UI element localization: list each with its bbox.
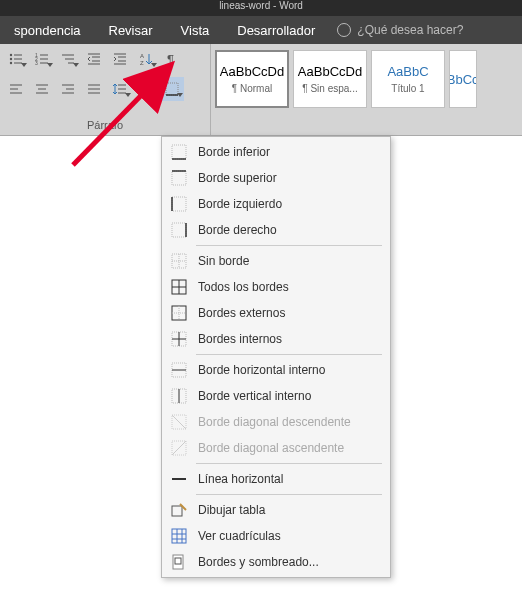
menu-borde-derecho[interactable]: Borde derecho (162, 217, 390, 243)
title-text: lineas-word - Word (219, 0, 303, 11)
tab-vista[interactable]: Vista (167, 16, 224, 44)
align-right-button[interactable] (56, 77, 80, 101)
svg-rect-75 (172, 506, 182, 516)
style-sin-espaciado[interactable]: AaBbCcDd ¶ Sin espa... (293, 50, 367, 108)
show-marks-button[interactable]: ¶ (160, 47, 184, 71)
style-normal[interactable]: AaBbCcDd ¶ Normal (215, 50, 289, 108)
style-name: ¶ Normal (232, 83, 272, 94)
gridlines-icon (170, 527, 188, 545)
svg-point-2 (10, 58, 12, 60)
borders-button[interactable] (160, 77, 184, 101)
diagonal-up-icon (170, 439, 188, 457)
menu-borde-superior[interactable]: Borde superior (162, 165, 390, 191)
align-center-button[interactable] (30, 77, 54, 101)
line-spacing-button[interactable] (108, 77, 132, 101)
menu-separator (196, 245, 382, 246)
svg-text:3: 3 (35, 60, 38, 66)
tab-correspondencia[interactable]: spondencia (0, 16, 95, 44)
svg-rect-52 (172, 223, 186, 237)
border-bottom-icon (170, 143, 188, 161)
menu-linea-horizontal[interactable]: Línea horizontal (162, 466, 390, 492)
menu-sin-borde[interactable]: Sin borde (162, 248, 390, 274)
style-name: Título 1 (391, 83, 424, 94)
borders-icon (164, 81, 180, 97)
draw-table-icon (170, 501, 188, 519)
menu-borde-horizontal-interno[interactable]: Borde horizontal interno (162, 357, 390, 383)
sort-icon: AZ (138, 51, 154, 67)
style-sample: AaBbCcDd (298, 64, 362, 79)
svg-point-0 (10, 54, 12, 56)
menu-borde-diagonal-asc: Borde diagonal ascendente (162, 435, 390, 461)
inside-borders-icon (170, 330, 188, 348)
increase-indent-icon (112, 51, 128, 67)
number-list-icon: 123 (34, 51, 50, 67)
svg-text:¶: ¶ (167, 52, 174, 67)
menu-bordes-externos[interactable]: Bordes externos (162, 300, 390, 326)
align-left-icon (8, 81, 24, 97)
title-bar: lineas-word - Word (0, 0, 522, 16)
pilcrow-icon: ¶ (164, 51, 180, 67)
ribbon: 123 AZ ¶ Párrafo AaBbCcDd ¶ Normal AaBbC… (0, 44, 522, 136)
menu-borde-inferior[interactable]: Borde inferior (162, 139, 390, 165)
menu-ver-cuadriculas[interactable]: Ver cuadrículas (162, 523, 390, 549)
bullet-list-icon (8, 51, 24, 67)
multilevel-list-button[interactable] (56, 47, 80, 71)
align-right-icon (60, 81, 76, 97)
line-spacing-icon (112, 81, 128, 97)
inside-vertical-icon (170, 387, 188, 405)
paint-bucket-icon (138, 81, 154, 97)
align-left-button[interactable] (4, 77, 28, 101)
menu-separator (196, 494, 382, 495)
tell-me-search[interactable]: ¿Qué desea hacer? (337, 23, 463, 37)
increase-indent-button[interactable] (108, 47, 132, 71)
borders-menu: Borde inferior Borde superior Borde izqu… (161, 136, 391, 578)
menu-separator (196, 354, 382, 355)
style-titulo1[interactable]: AaBbC Título 1 (371, 50, 445, 108)
bullet-list-button[interactable] (4, 47, 28, 71)
border-top-icon (170, 169, 188, 187)
menu-borde-diagonal-desc: Borde diagonal descendente (162, 409, 390, 435)
shading-button[interactable] (134, 77, 158, 101)
styles-gallery: AaBbCcDd ¶ Normal AaBbCcDd ¶ Sin espa...… (211, 44, 481, 135)
borders-shading-icon (170, 553, 188, 571)
paragraph-group-label: Párrafo (0, 119, 210, 135)
menu-dibujar-tabla[interactable]: Dibujar tabla (162, 497, 390, 523)
lightbulb-icon (337, 23, 351, 37)
svg-line-73 (172, 441, 186, 455)
svg-rect-50 (172, 197, 186, 211)
tab-revisar[interactable]: Revisar (95, 16, 167, 44)
number-list-button[interactable]: 123 (30, 47, 54, 71)
svg-rect-46 (172, 145, 186, 159)
all-borders-icon (170, 278, 188, 296)
menu-borde-izquierdo[interactable]: Borde izquierdo (162, 191, 390, 217)
decrease-indent-icon (86, 51, 102, 67)
no-border-icon (170, 252, 188, 270)
svg-point-4 (10, 62, 12, 64)
style-titulo2[interactable]: AaBbCcDd (449, 50, 477, 108)
style-sample: AaBbCcDd (220, 64, 284, 79)
horizontal-line-icon (170, 470, 188, 488)
align-center-icon (34, 81, 50, 97)
svg-rect-48 (172, 171, 186, 185)
svg-rect-44 (166, 83, 178, 95)
svg-rect-77 (172, 529, 186, 543)
sort-button[interactable]: AZ (134, 47, 158, 71)
menu-bordes-sombreado[interactable]: Bordes y sombreado... (162, 549, 390, 575)
svg-line-76 (180, 504, 186, 510)
border-right-icon (170, 221, 188, 239)
tell-me-text: ¿Qué desea hacer? (357, 23, 463, 37)
menu-todos-bordes[interactable]: Todos los bordes (162, 274, 390, 300)
style-sample: AaBbCcDd (449, 72, 477, 87)
inside-horizontal-icon (170, 361, 188, 379)
style-sample: AaBbC (387, 64, 428, 79)
tab-desarrollador[interactable]: Desarrollador (223, 16, 329, 44)
menu-bordes-internos[interactable]: Bordes internos (162, 326, 390, 352)
multilevel-list-icon (60, 51, 76, 67)
paragraph-group: 123 AZ ¶ Párrafo (0, 44, 211, 135)
style-name: ¶ Sin espa... (302, 83, 357, 94)
justify-button[interactable] (82, 77, 106, 101)
border-left-icon (170, 195, 188, 213)
menu-borde-vertical-interno[interactable]: Borde vertical interno (162, 383, 390, 409)
decrease-indent-button[interactable] (82, 47, 106, 71)
svg-text:A: A (140, 53, 144, 59)
